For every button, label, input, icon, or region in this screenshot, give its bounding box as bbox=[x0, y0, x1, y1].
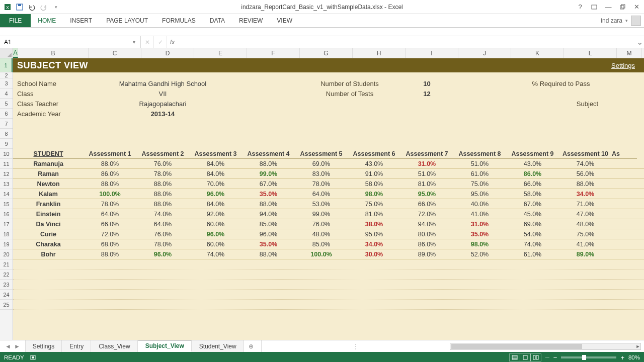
row-header-1[interactable]: 1 bbox=[0, 58, 13, 72]
row-header[interactable]: 15 bbox=[0, 199, 13, 209]
row-header[interactable]: 21 bbox=[0, 259, 13, 269]
zoom-slider[interactable] bbox=[561, 356, 616, 358]
grid[interactable]: 1 2 3 4 5 6 7 8 9 10 11 12 13 14 15 16 1… bbox=[0, 58, 644, 340]
col-header-k[interactable]: K bbox=[511, 48, 564, 58]
account-name[interactable]: ind zara bbox=[601, 17, 622, 24]
row-header[interactable]: 2 bbox=[0, 72, 13, 78]
name-box-dropdown-icon[interactable]: ▼ bbox=[132, 40, 136, 45]
col-header-l[interactable]: L bbox=[564, 48, 617, 58]
sheet-tab-class_view[interactable]: Class_View bbox=[91, 340, 137, 352]
redo-icon[interactable] bbox=[38, 2, 49, 13]
h-scroll-thumb[interactable] bbox=[451, 344, 582, 349]
cancel-formula-icon[interactable]: ✕ bbox=[141, 36, 154, 48]
row-header[interactable]: 19 bbox=[0, 239, 13, 249]
maximize-icon[interactable] bbox=[616, 2, 629, 13]
sheet-tab-settings[interactable]: Settings bbox=[25, 340, 62, 352]
sheet-tab-subject_view[interactable]: Subject_View bbox=[138, 340, 192, 352]
formula-input[interactable] bbox=[178, 36, 635, 48]
sheet-nav-next-icon[interactable]: ► bbox=[14, 343, 20, 350]
qat-customize-icon[interactable]: ▾ bbox=[50, 2, 61, 13]
row-header[interactable]: 23 bbox=[0, 280, 13, 290]
tab-view[interactable]: VIEW bbox=[270, 14, 299, 27]
sheet-tab-entry[interactable]: Entry bbox=[62, 340, 91, 352]
col-header-g[interactable]: G bbox=[300, 48, 353, 58]
col-header-b[interactable]: B bbox=[18, 48, 89, 58]
row-header[interactable]: 20 bbox=[0, 249, 13, 259]
info-row-year: Academic Year 2013-14 bbox=[13, 109, 644, 119]
col-header-i[interactable]: I bbox=[406, 48, 458, 58]
zoom-thumb[interactable] bbox=[582, 355, 586, 360]
fx-label[interactable]: fx bbox=[167, 39, 178, 46]
row-header[interactable]: 6 bbox=[0, 109, 13, 119]
tab-insert[interactable]: INSERT bbox=[63, 14, 99, 27]
add-sheet-icon[interactable]: ⊕ bbox=[244, 343, 258, 350]
zoom-out-icon[interactable]: − bbox=[553, 354, 557, 361]
row-header[interactable]: 12 bbox=[0, 169, 13, 179]
row-header[interactable]: 11 bbox=[0, 159, 13, 169]
row-header[interactable]: 4 bbox=[0, 88, 13, 99]
sheet-tab-student_view[interactable]: Student_View bbox=[192, 340, 244, 352]
row-header[interactable]: 13 bbox=[0, 179, 13, 189]
view-page-layout-icon[interactable] bbox=[520, 353, 531, 361]
expand-formula-bar-icon[interactable]: ⌄ bbox=[635, 37, 644, 47]
col-header-h[interactable]: H bbox=[353, 48, 406, 58]
view-normal-icon[interactable] bbox=[509, 353, 520, 361]
score-cell: 84.0% bbox=[189, 159, 242, 168]
col-header-e[interactable]: E bbox=[194, 48, 247, 58]
row-header[interactable]: 14 bbox=[0, 189, 13, 199]
row-header[interactable]: 25 bbox=[0, 300, 13, 310]
macro-record-icon[interactable] bbox=[30, 354, 37, 360]
ribbon-display-icon[interactable] bbox=[588, 2, 601, 13]
view-page-break-icon[interactable] bbox=[530, 353, 541, 361]
tab-page-layout[interactable]: PAGE LAYOUT bbox=[99, 14, 155, 27]
avatar[interactable] bbox=[631, 16, 641, 26]
col-header-f[interactable]: F bbox=[247, 48, 300, 58]
student-name: Einstein bbox=[13, 209, 84, 219]
settings-link[interactable]: Settings bbox=[611, 62, 635, 69]
row-header[interactable]: 18 bbox=[0, 229, 13, 239]
tab-data[interactable]: DATA bbox=[203, 14, 232, 27]
row-header[interactable]: 9 bbox=[0, 139, 13, 149]
row-header[interactable]: 8 bbox=[0, 129, 13, 139]
col-header-j[interactable]: J bbox=[458, 48, 511, 58]
blank-row bbox=[13, 139, 644, 149]
save-icon[interactable] bbox=[14, 2, 25, 13]
score-cell: 71.0% bbox=[559, 199, 612, 209]
row-header[interactable]: 5 bbox=[0, 99, 13, 109]
row-header[interactable]: 17 bbox=[0, 219, 13, 229]
select-all-corner[interactable] bbox=[0, 48, 13, 58]
tab-review[interactable]: REVIEW bbox=[232, 14, 270, 27]
zoom-level[interactable]: 80% bbox=[628, 354, 640, 360]
tab-home[interactable]: HOME bbox=[31, 14, 63, 27]
col-header-d[interactable]: D bbox=[141, 48, 194, 58]
row-header[interactable]: 22 bbox=[0, 269, 13, 280]
student-name: Newton bbox=[13, 179, 84, 189]
enter-formula-icon[interactable]: ✓ bbox=[154, 36, 167, 48]
close-icon[interactable]: ✕ bbox=[630, 2, 643, 13]
row-header[interactable]: 3 bbox=[0, 78, 13, 88]
col-header-a[interactable]: A bbox=[13, 48, 18, 58]
scroll-right-icon[interactable]: ► bbox=[634, 343, 641, 349]
row-header[interactable]: 24 bbox=[0, 290, 13, 300]
row-header[interactable]: 7 bbox=[0, 119, 13, 129]
tab-file[interactable]: FILE bbox=[0, 14, 31, 27]
excel-icon[interactable]: X bbox=[2, 2, 13, 13]
h-scrollbar[interactable]: ◄ ► bbox=[450, 343, 641, 350]
col-header-m[interactable]: M bbox=[617, 48, 642, 58]
row-header[interactable]: 16 bbox=[0, 209, 13, 219]
row-header[interactable]: 10 bbox=[0, 149, 13, 159]
undo-icon[interactable] bbox=[26, 2, 37, 13]
sheet-tab-bar: ◄ ► SettingsEntryClass_ViewSubject_ViewS… bbox=[0, 340, 644, 352]
name-box[interactable]: A1 ▼ bbox=[0, 36, 141, 48]
help-icon[interactable]: ? bbox=[574, 2, 587, 13]
score-cell: 64.0% bbox=[136, 219, 189, 229]
tab-formulas[interactable]: FORMULAS bbox=[155, 14, 203, 27]
col-header-c[interactable]: C bbox=[89, 48, 141, 58]
minimize-icon[interactable]: — bbox=[602, 2, 615, 13]
score-cell: 66.0% bbox=[506, 179, 559, 189]
zoom-in-icon[interactable]: + bbox=[620, 354, 624, 361]
svg-rect-8 bbox=[32, 356, 34, 358]
score-cell: 70.0% bbox=[189, 179, 242, 189]
sheet-nav-prev-icon[interactable]: ◄ bbox=[5, 343, 11, 350]
cells-area[interactable]: SUBJECT VIEW Settings School Name Mahatm… bbox=[13, 58, 644, 340]
